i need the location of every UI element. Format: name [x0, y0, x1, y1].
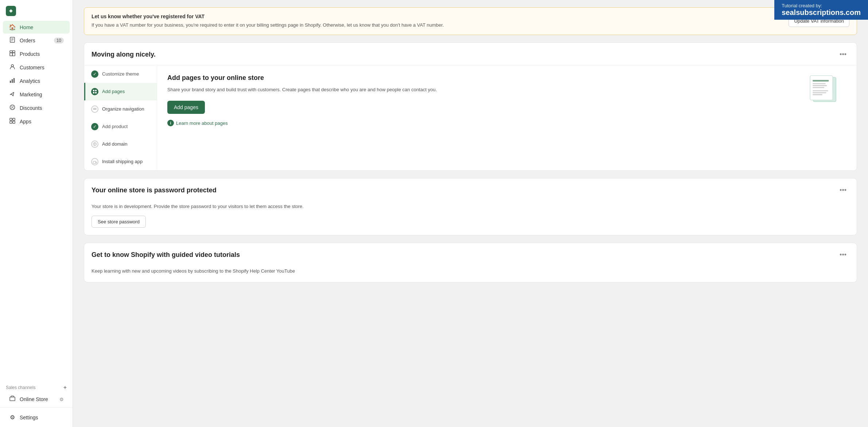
sidebar-item-apps[interactable]: Apps — [3, 115, 70, 128]
vat-banner-desc: If you have a VAT number for your busine… — [92, 22, 783, 29]
sidebar-item-home[interactable]: 🏠 Home — [3, 21, 70, 34]
svg-rect-22 — [10, 397, 15, 401]
step-label: Install shipping app — [102, 159, 143, 164]
sidebar-item-settings[interactable]: ⚙ Settings — [3, 411, 70, 424]
orders-badge: 10 — [54, 38, 64, 43]
svg-rect-12 — [12, 79, 13, 83]
sidebar-item-label: Online Store — [20, 396, 48, 402]
password-card-title: Your online store is password protected — [92, 186, 217, 194]
sidebar: 🏠 Home Orders 10 Products Customers — [0, 0, 73, 427]
tutorial-created-banner: Tutorial created by: sealsubscriptions.c… — [774, 0, 868, 20]
svg-rect-21 — [13, 121, 15, 123]
online-store-icon — [9, 396, 16, 403]
svg-rect-24 — [95, 90, 97, 91]
tutorial-card: Get to know Shopify with guided video tu… — [84, 243, 857, 282]
svg-rect-41 — [813, 92, 826, 93]
tutorial-card-more-button[interactable]: ••• — [837, 250, 849, 260]
svg-point-1 — [10, 10, 12, 12]
tutorial-card-body: Keep learning with new and upcoming vide… — [84, 265, 857, 282]
sidebar-item-analytics[interactable]: Analytics — [3, 74, 70, 88]
sidebar-item-customers[interactable]: Customers — [3, 61, 70, 74]
orders-icon — [9, 37, 16, 44]
add-pages-button[interactable]: Add pages — [167, 101, 205, 114]
sidebar-item-online-store[interactable]: Online Store ⚙ — [3, 393, 70, 406]
svg-rect-8 — [10, 51, 12, 53]
pages-illustration — [803, 74, 846, 103]
analytics-icon — [9, 77, 16, 85]
sidebar-footer: ⚙ Settings — [0, 407, 73, 427]
vat-banner-content: Let us know whether you've registered fo… — [92, 14, 783, 29]
svg-rect-11 — [10, 81, 11, 83]
learn-more-link[interactable]: i Learn more about pages — [167, 120, 794, 126]
add-sales-channel-icon[interactable]: + — [63, 384, 67, 391]
svg-rect-36 — [813, 80, 829, 81]
step-label: Organize navigation — [102, 106, 144, 112]
discounts-icon — [9, 104, 16, 112]
password-card-header: Your online store is password protected … — [84, 178, 857, 201]
sidebar-item-label: Customers — [20, 65, 44, 70]
customers-icon — [9, 64, 16, 71]
password-card-desc: Your store is in development. Provide th… — [92, 203, 849, 210]
tutorial-banner-brand: sealsubscriptions.com — [782, 8, 861, 17]
sidebar-item-label: Products — [20, 51, 40, 57]
svg-rect-26 — [95, 92, 97, 93]
svg-rect-23 — [93, 90, 94, 91]
tutorial-card-header: Get to know Shopify with guided video tu… — [84, 243, 857, 265]
step-content-title: Add pages to your online store — [167, 74, 794, 82]
products-icon — [9, 50, 16, 58]
step-item-install-shipping[interactable]: Install shipping app — [84, 153, 157, 170]
sidebar-item-label: Home — [20, 24, 33, 30]
svg-rect-42 — [813, 94, 822, 95]
svg-rect-40 — [813, 90, 828, 91]
step-pending-icon — [91, 158, 98, 165]
sidebar-item-label: Orders — [20, 38, 35, 43]
marketing-icon — [9, 91, 16, 98]
sidebar-item-orders[interactable]: Orders 10 — [3, 34, 70, 47]
learn-more-label: Learn more about pages — [176, 120, 228, 126]
svg-rect-7 — [12, 53, 15, 56]
step-item-add-pages[interactable]: Add pages — [84, 83, 157, 100]
step-pending-icon — [91, 141, 98, 148]
sidebar-item-label: Settings — [20, 415, 38, 420]
svg-rect-38 — [813, 85, 827, 86]
svg-rect-28 — [93, 109, 97, 110]
svg-rect-37 — [813, 83, 826, 84]
logo-icon — [6, 6, 16, 16]
steps-container: ✓ Customize theme Add pages Organize nav… — [84, 65, 857, 170]
svg-rect-25 — [93, 92, 94, 93]
step-content-desc: Share your brand story and build trust w… — [167, 86, 794, 94]
apps-icon — [9, 118, 16, 125]
sidebar-item-discounts[interactable]: Discounts — [3, 101, 70, 115]
sidebar-item-label: Apps — [20, 119, 31, 124]
vat-banner-title: Let us know whether you've registered fo… — [92, 14, 783, 19]
sidebar-item-products[interactable]: Products — [3, 47, 70, 61]
step-item-customize-theme[interactable]: ✓ Customize theme — [84, 65, 157, 83]
moving-along-more-button[interactable]: ••• — [837, 49, 849, 60]
moving-along-card-header: Moving along nicely. ••• — [84, 43, 857, 65]
svg-rect-19 — [13, 118, 15, 120]
info-icon: i — [167, 120, 174, 126]
sales-channels-section: Sales channels + — [0, 381, 73, 392]
online-store-settings-icon[interactable]: ⚙ — [59, 397, 64, 402]
password-protected-card: Your online store is password protected … — [84, 178, 857, 236]
sidebar-item-label: Discounts — [20, 105, 42, 111]
password-card-more-button[interactable]: ••• — [837, 185, 849, 196]
settings-icon: ⚙ — [9, 414, 16, 421]
svg-rect-18 — [10, 118, 12, 120]
svg-rect-20 — [10, 121, 12, 123]
sales-channels-label: Sales channels — [6, 385, 35, 390]
moving-along-card: Moving along nicely. ••• ✓ Customize the… — [84, 42, 857, 171]
sidebar-item-label: Marketing — [20, 92, 42, 97]
vat-banner: Let us know whether you've registered fo… — [84, 7, 857, 35]
step-label: Add product — [102, 124, 128, 129]
sidebar-item-marketing[interactable]: Marketing — [3, 88, 70, 101]
step-item-organize-nav[interactable]: Organize navigation — [84, 100, 157, 118]
main-nav: 🏠 Home Orders 10 Products Customers — [0, 19, 73, 381]
step-pending-icon — [91, 105, 98, 113]
step-item-add-product[interactable]: ✓ Add product — [84, 118, 157, 135]
step-item-add-domain[interactable]: Add domain — [84, 135, 157, 153]
see-store-password-button[interactable]: See store password — [92, 216, 146, 228]
main-content: Let us know whether you've registered fo… — [73, 0, 868, 427]
step-label: Add pages — [102, 89, 125, 94]
step-label: Add domain — [102, 141, 127, 147]
